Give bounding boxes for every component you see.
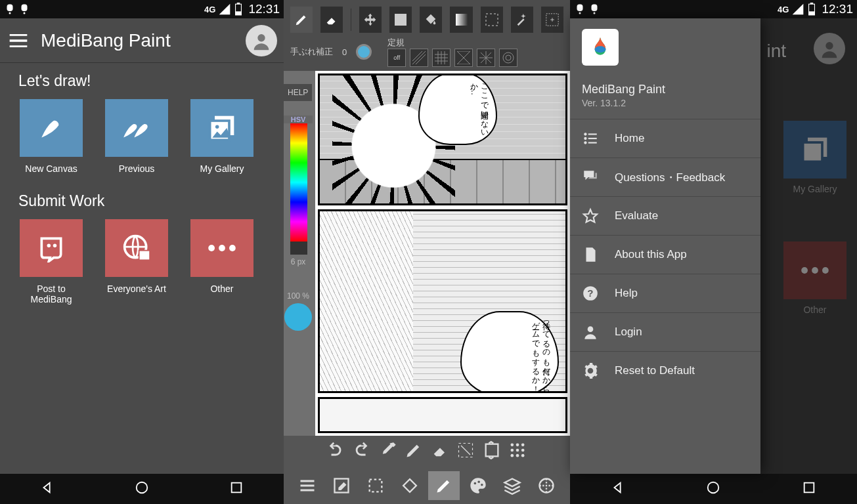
expand-tool[interactable] [541, 7, 563, 33]
ruler-radial[interactable] [477, 49, 495, 67]
drawer-item-evaluate[interactable]: Evaluate [570, 196, 760, 235]
post-medibang-tile[interactable] [20, 219, 83, 277]
undo-button[interactable] [327, 441, 345, 462]
ruler-vanish[interactable] [454, 49, 473, 67]
drawer-version: Ver. 13.1.2 [582, 98, 749, 108]
network-label: 4G [778, 5, 789, 14]
gradient-tool[interactable] [450, 7, 472, 33]
section-submit-work: Submit Work [18, 192, 265, 210]
drawer-item-feedback[interactable]: Questions・Feedback [570, 158, 760, 196]
nav-recent[interactable] [802, 480, 816, 497]
deselect-button[interactable] [456, 441, 475, 462]
stabilizer-knob[interactable] [356, 44, 372, 60]
view-button[interactable] [531, 471, 562, 500]
tile-label: Other [210, 284, 233, 294]
nav-back[interactable] [40, 480, 55, 497]
nav-recent[interactable] [229, 480, 244, 497]
other-tile[interactable] [190, 219, 253, 277]
drawer-item-about[interactable]: About this App [570, 235, 760, 274]
editor-bottom-toolbar [284, 467, 570, 504]
app-header: MediBang Paint [0, 18, 284, 63]
bubble-text: 待ってるのも何だから一人山手線ゲームでもするか！ [531, 316, 551, 393]
selection-button[interactable] [360, 471, 391, 500]
ruler-grid[interactable] [432, 49, 450, 67]
edit-button[interactable] [326, 471, 357, 500]
pen-button[interactable] [405, 441, 423, 462]
nav-home[interactable] [706, 480, 720, 497]
nav-bar [570, 474, 857, 504]
drawer-item-home[interactable]: Home [570, 119, 760, 158]
drawer-app-name: MediBang Paint [582, 83, 749, 96]
shape-tool[interactable] [389, 7, 412, 33]
ruler-circle[interactable] [499, 49, 517, 67]
eraser-button[interactable] [431, 441, 449, 462]
move-tool[interactable] [359, 7, 382, 33]
brush-size[interactable]: 6 px [284, 257, 313, 266]
editor-top-toolbar: 手ぶれ補正 0 定規 off [284, 0, 570, 71]
status-bar: 4G 12:31 [0, 0, 284, 18]
svg-rect-2 [22, 5, 28, 12]
previous-tile[interactable] [105, 99, 168, 157]
ruler-off[interactable]: off [387, 49, 406, 67]
tile-label: Post to MediBang [18, 284, 84, 304]
notif-icon [588, 3, 600, 15]
palette-button[interactable] [462, 471, 494, 500]
transform-button[interactable] [483, 441, 501, 462]
svg-point-29 [516, 444, 519, 447]
select-tool[interactable] [481, 7, 503, 33]
drawer-item-login[interactable]: Login [570, 312, 760, 351]
brush-panel-button[interactable] [428, 471, 460, 500]
svg-rect-0 [7, 5, 13, 12]
svg-rect-14 [139, 251, 150, 261]
hsv-label[interactable]: HSV [284, 116, 313, 123]
everyones-art-tile[interactable] [105, 219, 168, 277]
svg-point-42 [481, 484, 483, 486]
avatar-button[interactable] [246, 25, 277, 56]
brush-opacity[interactable]: 100 % [284, 291, 313, 301]
svg-point-45 [579, 12, 581, 14]
bucket-tool[interactable] [420, 7, 442, 33]
svg-rect-6 [236, 11, 242, 15]
tile-label: New Canvas [25, 163, 77, 174]
my-gallery-tile[interactable] [190, 99, 253, 157]
new-canvas-tile[interactable] [20, 99, 83, 157]
tile-label: Everyone's Art [107, 284, 166, 294]
ruler-label: 定規 [387, 37, 405, 47]
menu-button[interactable] [7, 29, 30, 52]
redo-button[interactable] [353, 441, 371, 462]
svg-point-57 [595, 46, 606, 52]
drawer-item-reset[interactable]: Reset to Default [570, 351, 760, 390]
svg-point-18 [137, 482, 148, 494]
menu-button[interactable] [292, 471, 323, 500]
tile-label: My Gallery [200, 163, 244, 174]
layers-button[interactable] [496, 471, 528, 500]
drawer-item-label: Questions・Feedback [615, 170, 725, 185]
stabilizer-label: 手ぶれ補正 [290, 46, 333, 58]
rotate-button[interactable] [394, 471, 426, 500]
svg-rect-44 [577, 5, 583, 12]
brush-tool[interactable] [290, 7, 313, 33]
eyedropper-button[interactable] [379, 441, 397, 462]
section-lets-draw: Let's draw! [18, 72, 265, 90]
help-button[interactable]: HELP [284, 84, 312, 101]
eraser-tool[interactable] [320, 7, 343, 33]
svg-rect-20 [395, 14, 407, 26]
svg-point-24 [503, 52, 514, 63]
drawer-item-help[interactable]: ? Help [570, 274, 760, 312]
nav-back[interactable] [611, 480, 625, 497]
svg-point-36 [521, 454, 525, 457]
nav-home[interactable] [135, 480, 149, 497]
ruler-parallel[interactable] [410, 49, 428, 67]
svg-rect-50 [809, 11, 815, 15]
hue-slider[interactable] [290, 123, 307, 255]
svg-point-3 [24, 12, 26, 14]
canvas-area[interactable]: ここで間違いないか… 待ってるのも何だから一人山手線ゲームでもするか！ HELP [284, 71, 570, 436]
status-bar: 4G 12:31 [570, 0, 857, 18]
svg-point-40 [474, 482, 477, 485]
battery-icon [807, 3, 816, 16]
app-title: MediBang Paint [41, 30, 171, 51]
current-color[interactable] [284, 303, 312, 331]
svg-point-58 [584, 133, 586, 135]
wand-tool[interactable] [511, 7, 533, 33]
grid-button[interactable] [508, 441, 527, 462]
